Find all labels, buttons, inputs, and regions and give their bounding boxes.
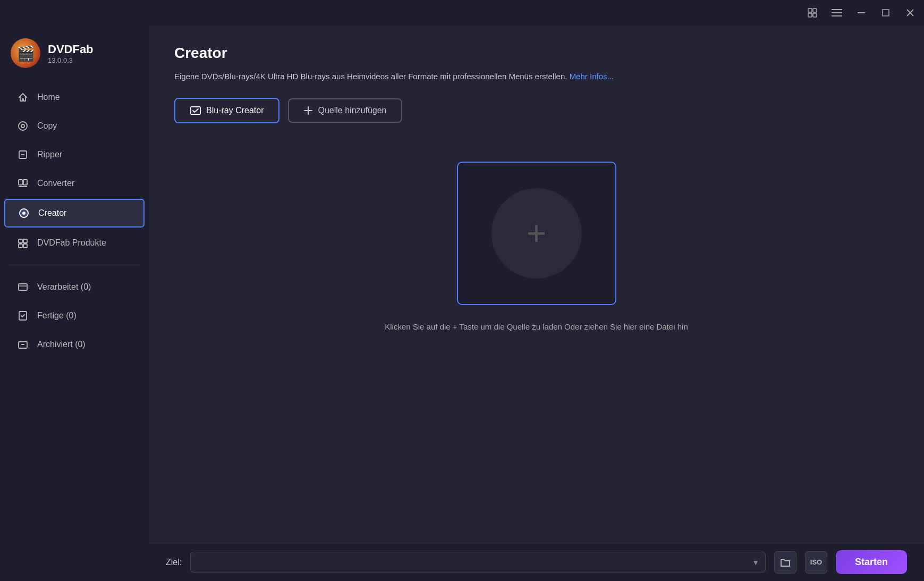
- sidebar-item-creator-label: Creator: [38, 208, 66, 218]
- iso-label: ISO: [810, 558, 822, 566]
- sidebar-item-finished-label: Fertige (0): [37, 311, 77, 321]
- sidebar-item-copy[interactable]: Copy: [4, 113, 145, 139]
- titlebar: [0, 0, 924, 26]
- sidebar-item-creator[interactable]: Creator: [4, 199, 145, 228]
- dest-input-wrap: ▼: [190, 552, 766, 572]
- app-logo-icon: 🎬: [11, 38, 40, 68]
- svg-point-11: [19, 122, 27, 130]
- logo-area: 🎬 DVDFab 13.0.0.3: [0, 26, 149, 83]
- svg-rect-25: [19, 284, 27, 290]
- dropzone-area: + Klicken Sie auf die + Taste um die Que…: [174, 140, 898, 352]
- more-info-link[interactable]: Mehr Infos...: [570, 72, 614, 81]
- creator-icon: [18, 207, 30, 219]
- processing-icon: [17, 281, 29, 293]
- sidebar-item-finished[interactable]: Fertige (0): [4, 302, 145, 329]
- bluray-creator-button[interactable]: Blu-ray Creator: [174, 98, 279, 123]
- svg-rect-24: [23, 244, 27, 248]
- toolbar: Blu-ray Creator Quelle hinzufügen: [174, 98, 898, 123]
- svg-rect-23: [19, 244, 22, 248]
- bottom-bar: Ziel: ▼ ISO Starten: [149, 543, 924, 581]
- sidebar-item-processing[interactable]: Verarbeitet (0): [4, 274, 145, 300]
- folder-button[interactable]: [774, 551, 796, 574]
- sidebar-item-dvdfab-products[interactable]: DVDFab Produkte: [4, 230, 145, 256]
- svg-rect-15: [19, 180, 22, 185]
- app-name: DVDFab: [48, 43, 94, 56]
- finished-icon: [17, 310, 29, 322]
- start-button[interactable]: Starten: [836, 550, 907, 574]
- sidebar-item-home[interactable]: Home: [4, 84, 145, 111]
- sidebar-item-archived-label: Archiviert (0): [37, 340, 86, 349]
- dropzone-box[interactable]: +: [457, 162, 616, 305]
- add-source-label: Quelle hinzufügen: [318, 106, 386, 115]
- svg-rect-8: [883, 10, 889, 16]
- sidebar-item-converter[interactable]: Converter: [4, 170, 145, 197]
- content-area: Creator Eigene DVDs/Blu-rays/4K Ultra HD…: [149, 26, 924, 581]
- app-body: 🎬 DVDFab 13.0.0.3 Home: [0, 26, 924, 581]
- home-icon: [17, 91, 29, 103]
- copy-icon: [17, 120, 29, 132]
- sidebar-item-copy-label: Copy: [37, 121, 57, 131]
- sidebar: 🎬 DVDFab 13.0.0.3 Home: [0, 26, 149, 581]
- products-icon: [17, 237, 29, 249]
- sidebar-item-ripper-label: Ripper: [37, 150, 62, 159]
- dropzone-circle: +: [491, 188, 582, 279]
- svg-rect-22: [23, 239, 27, 243]
- maximize-button[interactable]: [878, 5, 893, 20]
- page-description: Eigene DVDs/Blu-rays/4K Ultra HD Blu-ray…: [174, 70, 898, 83]
- app-version: 13.0.0.3: [48, 56, 94, 64]
- svg-point-20: [22, 212, 26, 215]
- sidebar-item-processing-label: Verarbeitet (0): [37, 282, 91, 292]
- sidebar-divider: [9, 265, 140, 265]
- grid-icon-btn[interactable]: [805, 5, 820, 20]
- svg-rect-21: [19, 239, 22, 243]
- add-file-icon: +: [527, 216, 546, 250]
- archived-icon: [17, 339, 29, 350]
- dest-input[interactable]: [190, 552, 766, 572]
- close-button[interactable]: [903, 5, 918, 20]
- svg-rect-2: [808, 13, 812, 17]
- svg-rect-1: [813, 9, 817, 12]
- sidebar-item-home-label: Home: [37, 92, 60, 102]
- svg-rect-28: [19, 342, 27, 348]
- content-main: Creator Eigene DVDs/Blu-rays/4K Ultra HD…: [149, 26, 924, 543]
- bluray-creator-label: Blu-ray Creator: [206, 106, 264, 115]
- sidebar-item-dvdfab-products-label: DVDFab Produkte: [37, 238, 106, 248]
- sidebar-item-archived[interactable]: Archiviert (0): [4, 331, 145, 358]
- sidebar-item-converter-label: Converter: [37, 179, 74, 188]
- iso-button[interactable]: ISO: [805, 551, 827, 574]
- svg-point-12: [21, 124, 24, 128]
- bluray-creator-icon: [190, 105, 201, 116]
- svg-rect-3: [813, 13, 817, 17]
- ripper-icon: [17, 149, 29, 161]
- page-title: Creator: [174, 45, 898, 62]
- minimize-button[interactable]: [854, 5, 869, 20]
- add-source-button[interactable]: Quelle hinzufügen: [288, 98, 402, 123]
- menu-icon-btn[interactable]: [829, 5, 844, 20]
- svg-rect-16: [23, 180, 27, 185]
- add-source-icon: [304, 106, 312, 115]
- description-text: Eigene DVDs/Blu-rays/4K Ultra HD Blu-ray…: [174, 72, 567, 81]
- svg-rect-7: [858, 12, 865, 13]
- dest-label: Ziel:: [166, 558, 182, 567]
- converter-icon: [17, 178, 29, 189]
- svg-rect-31: [191, 107, 200, 114]
- logo-text: DVDFab 13.0.0.3: [48, 43, 94, 64]
- dropzone-hint: Klicken Sie auf die + Taste um die Quell…: [385, 322, 688, 331]
- sidebar-item-ripper[interactable]: Ripper: [4, 141, 145, 168]
- svg-rect-0: [808, 9, 812, 12]
